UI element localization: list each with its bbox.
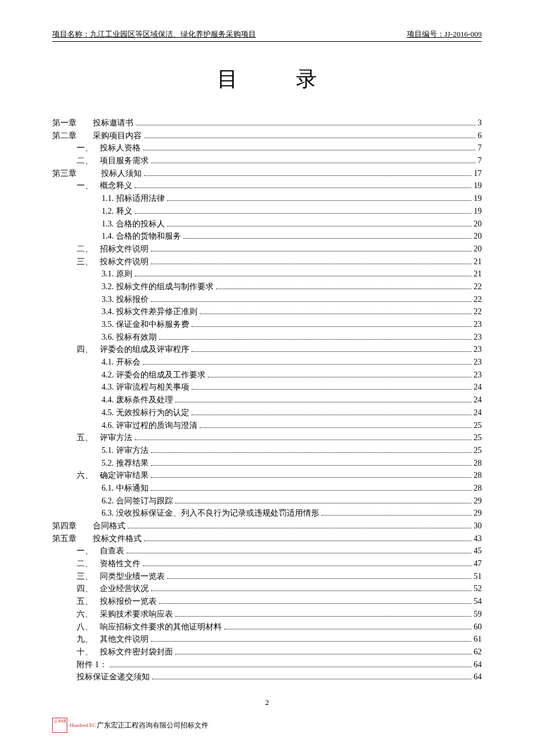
toc-entry: 五、评审方法25 bbox=[52, 431, 482, 444]
toc-entry: 3.1. 原则21 bbox=[52, 268, 482, 280]
toc-leader-dots bbox=[151, 163, 475, 163]
toc-label: 4.3. 评审流程与相关事项 bbox=[102, 381, 189, 394]
toc-label: 六、确定评审结果 bbox=[77, 469, 149, 482]
toc-page-number: 29 bbox=[474, 495, 482, 507]
toc-leader-dots bbox=[151, 251, 471, 251]
toc-page-number: 20 bbox=[474, 218, 482, 231]
toc-label: 3.4. 投标文件差异修正准则 bbox=[102, 305, 197, 318]
toc-page-number: 20 bbox=[474, 230, 482, 243]
toc-entry: 一、概念释义19 bbox=[52, 179, 482, 192]
toc-entry: 一、自查表45 bbox=[52, 545, 482, 557]
toc-entry: 第三章 投标人须知17 bbox=[52, 167, 482, 180]
toc-leader-dots bbox=[152, 679, 471, 679]
toc-label: 1.2. 释义 bbox=[102, 205, 132, 218]
toc-entry: 4.3. 评审流程与相关事项24 bbox=[52, 381, 482, 394]
toc-leader-dots bbox=[159, 603, 471, 604]
toc-leader-dots bbox=[200, 314, 472, 314]
toc-label: 九、其他文件说明 bbox=[77, 633, 149, 646]
toc-label: 第四章合同格式 bbox=[52, 520, 125, 532]
toc-leader-dots bbox=[167, 578, 471, 579]
toc-leader-dots bbox=[151, 490, 472, 491]
toc-leader-dots bbox=[151, 452, 472, 453]
toc-label: 5.2. 推荐结果 bbox=[102, 457, 149, 470]
header-project-code: 项目编号：JJ-2016-009 bbox=[407, 29, 482, 39]
toc-page-number: 25 bbox=[474, 431, 482, 444]
toc-entry: 六、采购技术要求响应表59 bbox=[52, 608, 482, 621]
header-project-name: 项目名称：九江工业园区等区域保洁、绿化养护服务采购项目 bbox=[52, 29, 256, 39]
toc-page-number: 64 bbox=[474, 671, 482, 683]
toc-label: 五、评审方法 bbox=[77, 431, 132, 444]
toc-label: 3.6. 投标有效期 bbox=[102, 331, 157, 344]
toc-entry: 3.2. 投标文件的组成与制作要求22 bbox=[52, 280, 482, 293]
toc-label: 6.1. 中标通知 bbox=[102, 482, 149, 495]
toc-leader-dots bbox=[151, 591, 471, 591]
toc-label: 四、评委会的组成及评审程序 bbox=[77, 343, 189, 356]
toc-page-number: 23 bbox=[474, 318, 482, 331]
toc-entry: 3.3. 投标报价22 bbox=[52, 293, 482, 306]
table-of-contents: 第一章投标邀请书3第二章采购项目内容6一、投标人资格7二、项目服务需求7第三章 … bbox=[52, 117, 482, 683]
toc-entry: 1.2. 释义19 bbox=[52, 205, 482, 218]
toc-page-number: 19 bbox=[474, 192, 482, 205]
toc-page-number: 28 bbox=[474, 469, 482, 482]
toc-entry: 6.2. 合同签订与跟踪29 bbox=[52, 495, 482, 507]
toc-leader-dots bbox=[175, 616, 471, 617]
company-stamp-icon: 正和信 bbox=[52, 718, 67, 733]
toc-leader-dots bbox=[110, 667, 472, 667]
toc-entry: 3.6. 投标有效期23 bbox=[52, 331, 482, 344]
toc-page-number: 61 bbox=[474, 633, 482, 646]
toc-label: 第一章投标邀请书 bbox=[52, 117, 134, 129]
toc-label: 4.5. 无效投标行为的认定 bbox=[102, 406, 189, 419]
toc-page-number: 64 bbox=[474, 658, 482, 671]
toc-leader-dots bbox=[143, 150, 475, 150]
toc-entry: 十、投标文件密封袋封面62 bbox=[52, 646, 482, 658]
toc-label: 十、投标文件密封袋封面 bbox=[77, 646, 173, 658]
toc-leader-dots bbox=[192, 415, 472, 415]
toc-entry: 3.4. 投标文件差异修正准则22 bbox=[52, 305, 482, 318]
toc-page-number: 23 bbox=[474, 356, 482, 369]
toc-leader-dots bbox=[151, 477, 471, 478]
toc-label: 1.4. 合格的货物和服务 bbox=[102, 230, 181, 243]
toc-page-number: 25 bbox=[474, 444, 482, 457]
toc-label: 一、投标人资格 bbox=[77, 142, 140, 154]
toc-leader-dots bbox=[192, 326, 472, 327]
toc-label: 4.2. 评委会的组成及工作要求 bbox=[102, 369, 205, 381]
toc-entry: 3.5. 保证金和中标服务费23 bbox=[52, 318, 482, 331]
toc-label: 五、投标报价一览表 bbox=[77, 595, 157, 608]
toc-entry: 投标保证金递交须知64 bbox=[52, 671, 482, 683]
toc-label: 6.2. 合同签订与跟踪 bbox=[102, 495, 173, 507]
toc-label: 3.1. 原则 bbox=[102, 268, 132, 280]
toc-label: 1.3. 合格的投标人 bbox=[102, 218, 165, 231]
toc-page-number: 29 bbox=[474, 507, 482, 520]
toc-leader-dots bbox=[151, 641, 471, 642]
toc-page-number: 24 bbox=[474, 406, 482, 419]
toc-label: 二、招标文件说明 bbox=[77, 243, 149, 255]
toc-leader-dots bbox=[151, 465, 472, 466]
toc-leader-dots bbox=[322, 515, 472, 516]
toc-leader-dots bbox=[144, 175, 471, 176]
toc-leader-dots bbox=[135, 276, 472, 276]
toc-page-number: 22 bbox=[474, 293, 482, 306]
toc-entry: 第五章投标文件格式43 bbox=[52, 532, 482, 545]
toc-entry: 四、企业经营状况52 bbox=[52, 582, 482, 595]
toc-leader-dots bbox=[200, 427, 472, 428]
toc-label: 附件 1： bbox=[77, 658, 107, 671]
page-footer: 2 正和信 Hundred EC 广东宏正工程咨询有限公司招标文件 bbox=[52, 698, 482, 733]
toc-page-number: 62 bbox=[474, 646, 482, 658]
toc-label: 3.2. 投标文件的组成与制作要求 bbox=[102, 280, 214, 293]
toc-label: 6.3. 没收投标保证金、列入不良行为记录或违规处罚适用情形 bbox=[102, 507, 319, 520]
toc-leader-dots bbox=[135, 188, 471, 188]
toc-leader-dots bbox=[192, 389, 472, 390]
toc-entry: 第二章采购项目内容6 bbox=[52, 129, 482, 142]
toc-entry: 二、项目服务需求7 bbox=[52, 154, 482, 167]
toc-page-number: 3 bbox=[478, 117, 482, 129]
toc-leader-dots bbox=[135, 213, 472, 214]
toc-entry: 九、其他文件说明61 bbox=[52, 633, 482, 646]
toc-label: 4.6. 评审过程的质询与澄清 bbox=[102, 419, 197, 432]
toc-label: 三、同类型业绩一览表 bbox=[77, 570, 165, 583]
toc-page-number: 52 bbox=[474, 582, 482, 595]
toc-entry: 4.4. 废标条件及处理24 bbox=[52, 394, 482, 406]
toc-entry: 二、招标文件说明20 bbox=[52, 243, 482, 255]
footer-hundred-text: Hundred EC bbox=[70, 722, 96, 728]
toc-page-number: 51 bbox=[474, 570, 482, 583]
toc-label: 二、资格性文件 bbox=[77, 557, 140, 570]
